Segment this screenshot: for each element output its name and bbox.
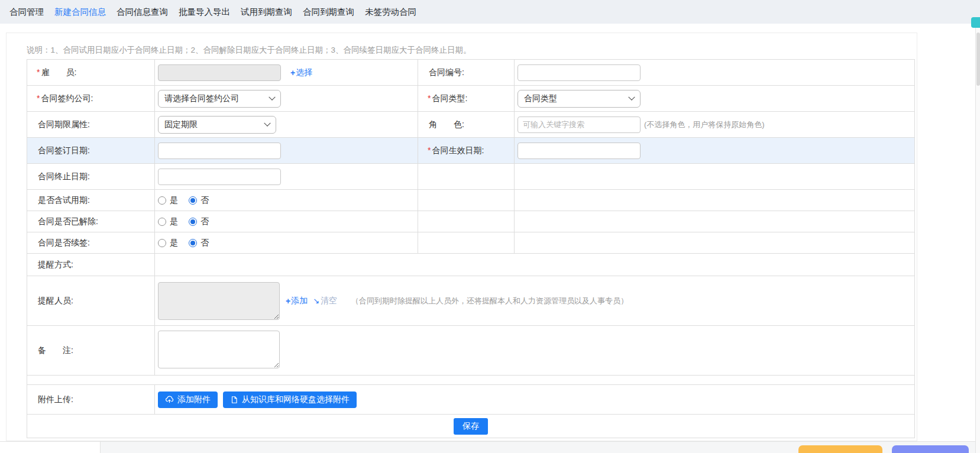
effective-date-input[interactable] [518,143,641,159]
bottom-status-bar [0,441,975,453]
chevron-down-icon [264,119,270,126]
clear-link-label: 清空 [321,296,337,306]
radio-icon [158,218,166,226]
end-date-label: 合同终止日期: [38,172,90,181]
add-attachment-label: 添加附件 [177,394,211,405]
remind-people-label: 提醒人员: [38,296,73,305]
scrollbar-thumb[interactable] [976,33,980,86]
radio-yes-label: 是 [170,238,178,248]
required-mark: * [37,67,40,77]
radio-checked-icon [189,218,197,226]
remind-method-label: 提醒方式: [38,260,73,269]
tab-contract-management[interactable]: 合同管理 [9,7,44,18]
plus-icon: + [290,68,295,77]
required-mark: * [37,93,40,103]
contract-form-table: *雇 员: +选择 合同编号: *合同签约公司: 请选择合同签约公司 [27,59,915,438]
row-company-type: *合同签约公司: 请选择合同签约公司 *合同类型: 合同类型 [27,86,915,112]
row-terminated: 合同是否已解除: 是 否 [27,211,915,232]
end-date-input[interactable] [158,169,281,185]
terminated-radio-group: 是 否 [158,216,418,227]
side-float-widget[interactable] [971,17,980,28]
term-select-value: 固定期限 [164,119,198,130]
bottom-bar-left-block [0,442,101,453]
tab-new-contract-info[interactable]: 新建合同信息 [54,7,106,18]
contract-no-input[interactable] [518,64,641,81]
employee-label: 雇 员: [41,67,76,77]
row-term-role: 合同期限属性: 固定期限 角 色: (不选择角色，用户将保持原始角色) [27,112,915,138]
probation-no-radio[interactable]: 否 [189,195,209,206]
radio-icon [158,239,166,247]
add-remind-person-link[interactable]: +添加 [286,296,308,306]
employee-input[interactable] [158,64,281,81]
contract-type-label: 合同类型: [432,93,467,103]
radio-no-label: 否 [200,216,209,227]
radio-yes-label: 是 [170,195,178,206]
effective-date-label: 合同生效日期: [432,145,484,155]
content-panel: 说明：1、合同试用日期应小于合同终止日期；2、合同解除日期应大于合同终止日期；3… [6,33,917,441]
row-renewed: 合同是否续签: 是 否 [27,232,915,254]
renewed-radio-group: 是 否 [158,238,418,248]
file-icon [230,396,238,404]
add-attachment-button[interactable]: 添加附件 [158,391,218,408]
vertical-scrollbar[interactable] [975,28,980,453]
row-sign-effective-date: 合同签订日期: *合同生效日期: [27,138,915,164]
clear-remind-people-link[interactable]: ↘清空 [313,296,337,306]
row-end-date: 合同终止日期: [27,164,915,190]
save-button[interactable]: 保存 [454,418,488,435]
company-label: 合同签约公司: [41,93,93,103]
row-employee-contractno: *雇 员: +选择 合同编号: [27,60,915,86]
contract-type-select[interactable]: 合同类型 [518,90,641,108]
radio-no-label: 否 [200,195,209,206]
terminated-yes-radio[interactable]: 是 [158,216,178,227]
radio-checked-icon [189,239,197,247]
tab-contract-expiry-query[interactable]: 合同到期查询 [303,7,354,18]
row-remind-method: 提醒方式: [27,254,915,276]
tab-contract-info-query[interactable]: 合同信息查询 [117,7,168,18]
renewed-label: 合同是否续签: [38,238,90,247]
renewed-yes-radio[interactable]: 是 [158,238,178,248]
floating-button-blue[interactable] [892,445,969,453]
form-instructions: 说明：1、合同试用日期应小于合同终止日期；2、合同解除日期应大于合同终止日期；3… [27,45,471,56]
role-label: 角 色: [429,119,464,129]
radio-yes-label: 是 [170,216,178,227]
remind-people-textarea[interactable] [158,282,280,320]
clear-arrow-icon: ↘ [313,296,319,305]
remark-textarea[interactable] [158,331,280,368]
contract-type-select-value: 合同类型 [524,93,557,104]
sign-date-label: 合同签订日期: [38,145,90,155]
terminated-label: 合同是否已解除: [38,216,98,226]
probation-yes-radio[interactable]: 是 [158,195,178,206]
radio-no-label: 否 [200,238,209,248]
remark-label: 备 注: [38,345,73,355]
tab-batch-import-export[interactable]: 批量导入导出 [179,7,230,18]
row-save: 保存 [27,415,915,438]
chevron-down-icon [269,93,275,100]
row-attachment: 附件上传: 添加附件 从知识库和网络硬 [27,385,915,415]
contract-module-screen: 合同管理 新建合同信息 合同信息查询 批量导入导出 试用到期查询 合同到期查询 … [0,0,980,453]
kb-attachment-button[interactable]: 从知识库和网络硬盘选择附件 [223,391,357,408]
terminated-no-radio[interactable]: 否 [189,216,209,227]
role-search-input[interactable] [518,117,641,133]
role-hint: (不选择角色，用户将保持原始角色) [644,119,765,130]
cloud-upload-icon [165,395,174,404]
probation-radio-group: 是 否 [158,195,418,206]
required-mark: * [428,145,431,155]
remind-hint: （合同到期时除提醒以上人员外，还将提醒本人和人力资源管理员以及人事专员） [351,296,628,306]
chevron-down-icon [628,93,635,100]
tab-unsigned-labor-contract[interactable]: 未签劳动合同 [365,7,416,18]
kb-attachment-label: 从知识库和网络硬盘选择附件 [242,394,350,405]
required-mark: * [428,93,431,103]
floating-button-yellow[interactable] [798,445,882,453]
tab-probation-expiry-query[interactable]: 试用到期查询 [241,7,292,18]
sign-date-input[interactable] [158,143,281,159]
row-spacer [27,376,915,385]
choose-employee-link[interactable]: +选择 [290,67,312,78]
company-select[interactable]: 请选择合同签约公司 [158,90,281,108]
choose-link-label: 选择 [296,67,312,78]
term-select[interactable]: 固定期限 [158,116,276,134]
row-remark: 备 注: [27,326,915,376]
plus-icon: + [286,296,290,306]
radio-checked-icon [189,196,197,205]
renewed-no-radio[interactable]: 否 [189,238,209,248]
row-probation: 是否含试用期: 是 否 [27,190,915,211]
